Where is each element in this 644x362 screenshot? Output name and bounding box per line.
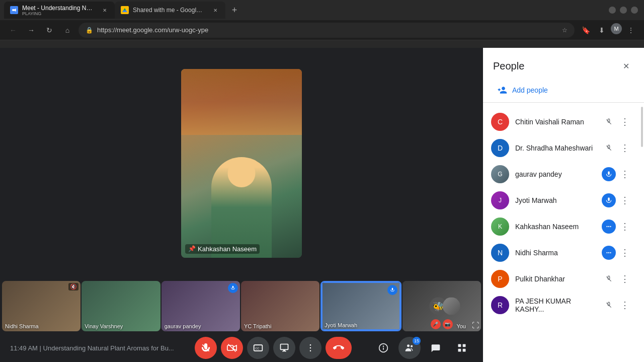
refresh-button[interactable]: ↻ [42, 23, 56, 37]
new-tab-button[interactable]: + [227, 3, 242, 17]
mute-rajesh-button[interactable] [602, 298, 616, 312]
home-button[interactable]: ⌂ [60, 23, 74, 37]
person-name-nidhi: Nidhi Sharma [515, 249, 596, 257]
people-list-container: C Chitin Vaishali Raman ⋮ D Dr. Shradha … [483, 105, 644, 362]
camera-button[interactable] [221, 337, 243, 359]
scrollbar-thumb[interactable] [641, 107, 643, 147]
chat-button[interactable] [425, 337, 447, 359]
nav-bar: ← → ↻ ⌂ 🔒 https://meet.google.com/urw-uo… [0, 20, 644, 40]
tab-drive[interactable]: Shared with me - Google Drive ✕ [115, 2, 225, 19]
avatar-jyoti: J [491, 191, 509, 209]
thumbnail-yc: YC Tripathi [241, 281, 319, 331]
person-actions-rajesh: ⋮ [602, 298, 632, 312]
more-rajesh-button[interactable]: ⋮ [618, 298, 632, 312]
svg-rect-22 [458, 344, 461, 347]
more-jyoti-button[interactable]: ⋮ [618, 193, 632, 207]
meeting-info: 11:49 AM | Understanding Natural Plant A… [10, 344, 174, 352]
people-close-button[interactable]: ✕ [618, 58, 634, 74]
mic-gaurav-button[interactable] [602, 167, 616, 181]
address-bar[interactable]: 🔒 https://meet.google.com/urw-uogc-ype ☆ [78, 23, 575, 38]
person-item-chitin: C Chitin Vaishali Raman ⋮ [483, 109, 640, 135]
activities-button[interactable] [451, 337, 473, 359]
avatar-pulkit: P [491, 270, 509, 288]
you-video-off-icon: 📷 [443, 319, 453, 329]
person-actions-gaurav: ⋮ [602, 167, 632, 181]
more-chitin-button[interactable]: ⋮ [618, 115, 632, 129]
add-people-button[interactable]: Add people [487, 80, 640, 100]
avatar-rajesh: R [491, 296, 509, 314]
thumb-name-gaurav: gaurav pandey [165, 323, 201, 329]
forward-button[interactable]: → [24, 23, 38, 37]
add-people-label: Add people [512, 86, 548, 94]
main-video-overlay: 📌 Kahkashan Naseem [181, 240, 302, 258]
mute-button[interactable] [195, 337, 217, 359]
maximize-button[interactable] [620, 7, 627, 14]
mute-chitin-button[interactable] [602, 115, 616, 129]
nav-right-icons: 🔖 ⬇ M ⋮ [579, 23, 638, 37]
thumb-name-nidhi: Nidhi Sharma [5, 323, 39, 329]
expand-you-button[interactable]: ⛶ [472, 321, 479, 329]
profile-button[interactable]: M [611, 23, 622, 34]
more-options-button[interactable] [299, 337, 321, 359]
people-count-badge: 15 [413, 337, 421, 345]
captions-button[interactable]: CC [247, 337, 269, 359]
tab-meet[interactable]: Meet - Understanding Natural P... PLAYIN… [4, 2, 115, 19]
end-call-button[interactable] [326, 337, 352, 359]
mute-pulkit-button[interactable] [602, 272, 616, 286]
people-title: People [493, 60, 524, 72]
pin-icon: 📌 [188, 245, 196, 252]
person-name-gaurav: gaurav pandey [515, 170, 596, 178]
present-button[interactable] [273, 337, 295, 359]
people-scrollbar[interactable] [640, 105, 644, 362]
person-actions-nidhi: ⋮ [602, 246, 632, 260]
person-item-pulkit: P Pulkit Dhankhar ⋮ [483, 266, 640, 292]
thumb-name-jyoti: Jyoti Marwah [325, 322, 357, 328]
more-nidhi-button[interactable]: ⋮ [618, 246, 632, 260]
svg-line-27 [606, 146, 611, 150]
people-panel: People ✕ Add people C Chitin Vaishali Ra… [483, 48, 644, 362]
info-button[interactable] [372, 337, 394, 359]
download-button[interactable]: ⬇ [595, 23, 609, 37]
tab-meet-close[interactable]: ✕ [101, 6, 109, 14]
svg-point-15 [310, 347, 311, 349]
thumb-name-yc: YC Tripathi [244, 323, 271, 329]
minimize-button[interactable] [609, 7, 616, 14]
menu-button[interactable]: ⋮ [624, 23, 638, 37]
back-button[interactable]: ← [6, 23, 20, 37]
star-icon[interactable]: ☆ [562, 27, 568, 34]
svg-point-33 [610, 252, 611, 253]
more-drshradha-button[interactable]: ⋮ [618, 141, 632, 155]
person-name-kahkashan: Kahkashan Naseem [515, 223, 596, 231]
mic-jyoti-button[interactable] [602, 193, 616, 207]
more-pulkit-button[interactable]: ⋮ [618, 272, 632, 286]
tab-drive-close[interactable]: ✕ [211, 6, 219, 14]
close-button[interactable] [631, 7, 638, 14]
thumb-muted-nidhi: 🔇 [68, 283, 78, 291]
tab-drive-title: Shared with me - Google Drive [133, 7, 205, 14]
thumb-name-you: You [456, 323, 466, 329]
you-muted-icon: 🎤 [431, 319, 441, 329]
svg-rect-25 [463, 349, 466, 352]
person-item-rajesh: R PA JESH KUMAR KASHY... ⋮ [483, 292, 640, 318]
more-gaurav-button[interactable]: ⋮ [618, 167, 632, 181]
avatar-kahkashan: K [491, 218, 509, 236]
meeting-time: 11:49 AM [10, 344, 38, 352]
mute-drshradha-button[interactable] [602, 141, 616, 155]
more-kahkashan-button[interactable]: ⋮ [618, 220, 632, 234]
mic-kahkashan-button[interactable] [602, 220, 616, 234]
people-button[interactable]: 15 [398, 337, 421, 359]
scrollbar-track [641, 107, 643, 360]
pinned-label: 📌 Kahkashan Naseem [185, 244, 260, 254]
main-video-container: 📌 Kahkashan Naseem [0, 48, 483, 278]
person-item-jyoti: J Jyoti Marwah ⋮ [483, 187, 640, 213]
svg-point-20 [407, 344, 410, 347]
add-people-icon [497, 85, 507, 95]
svg-rect-12 [280, 344, 288, 350]
controls-group: CC [195, 337, 352, 359]
bookmark-button[interactable]: 🔖 [579, 23, 593, 37]
address-text: https://meet.google.com/urw-uogc-ype [97, 26, 558, 34]
svg-line-35 [606, 303, 611, 307]
person-actions-pulkit: ⋮ [602, 272, 632, 286]
mic-nidhi-button[interactable] [602, 246, 616, 260]
person-actions-chitin: ⋮ [602, 115, 632, 129]
